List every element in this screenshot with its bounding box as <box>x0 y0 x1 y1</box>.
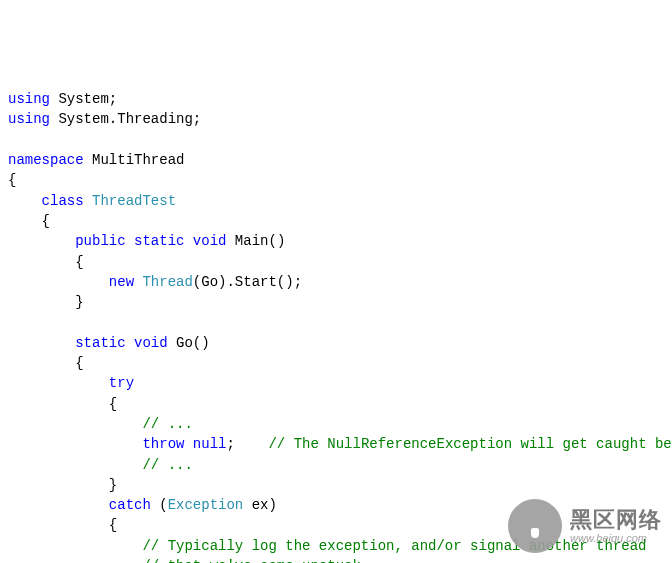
indent <box>8 274 109 290</box>
indent <box>8 375 109 391</box>
code-line: // that we've come unstuck <box>8 558 361 563</box>
code-text: ; <box>226 436 268 452</box>
keyword: throw <box>142 436 184 452</box>
code-line: } <box>8 294 84 310</box>
indent <box>8 558 142 563</box>
keyword: class <box>42 193 84 209</box>
keyword: static <box>75 335 125 351</box>
indent <box>8 436 142 452</box>
indent <box>8 497 109 513</box>
keyword: using <box>8 91 50 107</box>
indent <box>8 233 75 249</box>
type-name: Thread <box>134 274 193 290</box>
indent <box>8 538 142 554</box>
code-text: Main() <box>226 233 285 249</box>
code-line: { <box>8 396 117 412</box>
comment: // ... <box>142 457 192 473</box>
keyword: static <box>126 233 185 249</box>
keyword: using <box>8 111 50 127</box>
code-line: { <box>8 517 117 533</box>
code-text: System; <box>50 91 117 107</box>
code-line: public static void Main() <box>8 233 285 249</box>
code-line: using System; <box>8 91 117 107</box>
code-line: catch (Exception ex) <box>8 497 277 513</box>
keyword: null <box>184 436 226 452</box>
keyword: new <box>109 274 134 290</box>
code-line: new Thread(Go).Start(); <box>8 274 302 290</box>
code-text: System.Threading; <box>50 111 201 127</box>
watermark-logo <box>508 499 562 553</box>
indent <box>8 193 42 209</box>
keyword: try <box>109 375 134 391</box>
keyword: void <box>184 233 226 249</box>
code-line: throw null; // The NullReferenceExceptio… <box>8 436 672 452</box>
code-text: MultiThread <box>84 152 185 168</box>
code-line: // ... <box>8 457 193 473</box>
code-line: using System.Threading; <box>8 111 201 127</box>
comment: // The NullReferenceException will get c… <box>268 436 672 452</box>
code-text: ex) <box>243 497 277 513</box>
type-name: Exception <box>168 497 244 513</box>
comment: // that we've come unstuck <box>142 558 360 563</box>
watermark: 黑区网络 www.heiqu.com <box>508 499 662 553</box>
code-line: try <box>8 375 134 391</box>
code-line: namespace MultiThread <box>8 152 184 168</box>
code-text: ( <box>151 497 168 513</box>
indent <box>8 457 142 473</box>
keyword: void <box>126 335 168 351</box>
code-line: { <box>8 355 84 371</box>
indent <box>8 416 142 432</box>
code-line: { <box>8 254 84 270</box>
code-line: } <box>8 477 117 493</box>
code-line: { <box>8 213 50 229</box>
code-line: class ThreadTest <box>8 193 176 209</box>
watermark-text: 黑区网络 www.heiqu.com <box>570 509 662 544</box>
watermark-cn: 黑区网络 <box>570 509 662 531</box>
type-name: ThreadTest <box>84 193 176 209</box>
comment: // ... <box>142 416 192 432</box>
code-line: { <box>8 172 16 188</box>
code-text: (Go).Start(); <box>193 274 302 290</box>
mushroom-icon <box>520 514 550 538</box>
indent <box>8 335 75 351</box>
keyword: catch <box>109 497 151 513</box>
code-text: Go() <box>168 335 210 351</box>
keyword: namespace <box>8 152 84 168</box>
keyword: public <box>75 233 125 249</box>
code-line: // ... <box>8 416 193 432</box>
watermark-url: www.heiqu.com <box>570 533 662 544</box>
code-line: static void Go() <box>8 335 210 351</box>
